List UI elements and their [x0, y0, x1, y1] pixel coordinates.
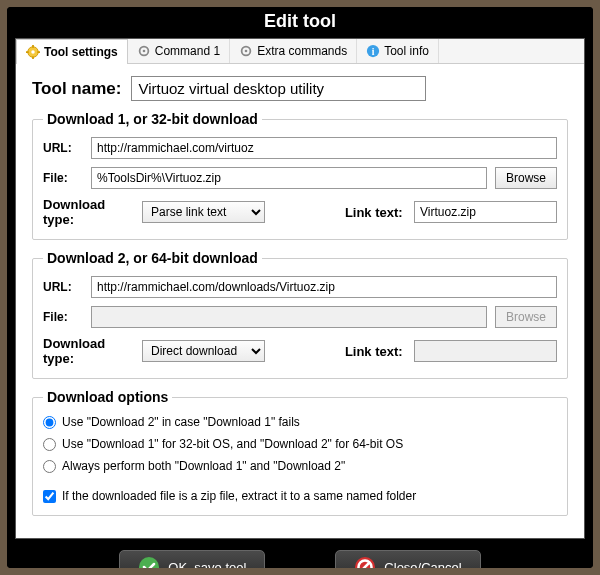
- opt-fallback-label: Use "Download 2" in case "Download 1" fa…: [62, 415, 300, 429]
- dl1-url-input[interactable]: [91, 137, 557, 159]
- cancel-label: Close/Cancel: [384, 560, 461, 569]
- dl2-browse-button: Browse: [495, 306, 557, 328]
- download-2-legend: Download 2, or 64-bit download: [43, 250, 262, 266]
- tab-tool-settings[interactable]: Tool settings: [16, 39, 128, 64]
- svg-text:i: i: [372, 46, 375, 57]
- prohibit-icon: [354, 556, 376, 568]
- download-type-label: Download type:: [43, 197, 134, 227]
- opt-both-radio[interactable]: [43, 460, 56, 473]
- dl2-url-input[interactable]: [91, 276, 557, 298]
- download-1-legend: Download 1, or 32-bit download: [43, 111, 262, 127]
- url-label: URL:: [43, 280, 83, 294]
- ok-label: OK, save tool: [168, 560, 246, 569]
- download-options-group: Download options Use "Download 2" in cas…: [32, 389, 568, 516]
- tab-tool-info[interactable]: i Tool info: [357, 39, 439, 63]
- tab-bar: Tool settings Command 1 Extra commands i…: [16, 39, 584, 64]
- dl1-browse-button[interactable]: Browse: [495, 167, 557, 189]
- svg-point-7: [142, 50, 145, 53]
- tab-label: Tool info: [384, 44, 429, 58]
- tab-command-1[interactable]: Command 1: [128, 39, 230, 63]
- link-text-label: Link text:: [345, 205, 406, 220]
- info-icon: i: [366, 44, 380, 58]
- dl1-file-input[interactable]: [91, 167, 487, 189]
- tool-name-input[interactable]: [131, 76, 426, 101]
- close-cancel-button[interactable]: Close/Cancel: [335, 550, 480, 568]
- tab-extra-commands[interactable]: Extra commands: [230, 39, 357, 63]
- file-label: File:: [43, 171, 83, 185]
- download-2-group: Download 2, or 64-bit download URL: File…: [32, 250, 568, 379]
- dl2-file-input[interactable]: [91, 306, 487, 328]
- tab-label: Tool settings: [44, 45, 118, 59]
- tool-name-label: Tool name:: [32, 79, 121, 99]
- file-label: File:: [43, 310, 83, 324]
- download-type-label: Download type:: [43, 336, 134, 366]
- download-1-group: Download 1, or 32-bit download URL: File…: [32, 111, 568, 240]
- opt-extract-label: If the downloaded file is a zip file, ex…: [62, 489, 416, 503]
- check-icon: [138, 556, 160, 568]
- svg-point-9: [245, 50, 248, 53]
- download-options-legend: Download options: [43, 389, 172, 405]
- dl2-download-type-select[interactable]: Direct download: [142, 340, 265, 362]
- opt-fallback-radio[interactable]: [43, 416, 56, 429]
- link-text-label: Link text:: [345, 344, 406, 359]
- gear-icon: [26, 45, 40, 59]
- opt-both-label: Always perform both "Download 1" and "Do…: [62, 459, 345, 473]
- gear-icon: [137, 44, 151, 58]
- tab-label: Extra commands: [257, 44, 347, 58]
- dl2-link-text-input: [414, 340, 557, 362]
- opt-extract-checkbox[interactable]: [43, 490, 56, 503]
- opt-arch-label: Use "Download 1" for 32-bit OS, and "Dow…: [62, 437, 403, 451]
- url-label: URL:: [43, 141, 83, 155]
- ok-save-button[interactable]: OK, save tool: [119, 550, 265, 568]
- dl1-link-text-input[interactable]: [414, 201, 557, 223]
- window-title: Edit tool: [7, 7, 593, 38]
- gear-icon: [239, 44, 253, 58]
- opt-arch-radio[interactable]: [43, 438, 56, 451]
- dl1-download-type-select[interactable]: Parse link text: [142, 201, 265, 223]
- svg-point-1: [31, 50, 35, 54]
- tab-label: Command 1: [155, 44, 220, 58]
- svg-point-12: [139, 557, 159, 568]
